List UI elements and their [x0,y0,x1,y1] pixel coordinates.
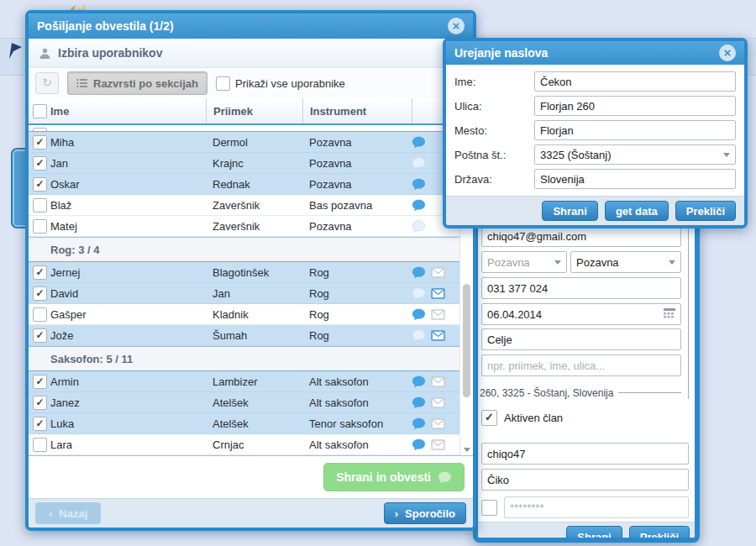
cell-priimek: Lambizer [206,371,302,391]
row-checkbox[interactable]: ✓ [33,396,47,410]
table-row[interactable]: ✓ Oskar Rednak Pozavna [29,174,460,195]
close-icon[interactable]: × [448,18,465,34]
row-checkbox[interactable]: ✓ [33,156,47,171]
speech-bubble-icon[interactable] [412,308,426,321]
get-data-button[interactable]: get data [605,201,669,221]
instrument-select-primary[interactable]: Pozavna [570,251,681,273]
table-row[interactable]: ✓ David Jan Rog [29,283,460,304]
table-row[interactable]: ✓ Jože Šumah Rog [29,325,460,346]
table-row[interactable]: ✓ Miha Dermol Pozavna [29,132,460,153]
envelope-icon[interactable] [431,439,445,450]
row-checkbox[interactable] [33,198,47,213]
speech-bubble-icon[interactable] [412,199,426,212]
row-checkbox[interactable]: ✓ [33,177,47,192]
envelope-icon[interactable] [431,288,445,299]
show-all-users-checkbox[interactable] [216,76,230,91]
speech-bubble-icon[interactable] [412,438,426,451]
close-icon[interactable]: × [719,45,736,61]
street-label: Ulica: [454,100,534,113]
username-field[interactable] [481,443,689,465]
row-checkbox[interactable] [33,438,47,452]
row-checkbox[interactable]: ✓ [33,417,47,431]
cell-instrument: Alt saksofon [302,371,412,391]
scrollbar-thumb[interactable] [463,284,470,397]
speech-bubble-icon[interactable] [412,178,426,191]
address-cancel-button[interactable]: Prekliči [675,201,736,221]
table-row[interactable]: ✓ Armin Lambizer Alt saksofon [29,371,460,392]
address-dialog-titlebar: Urejanje naslova × [446,41,744,65]
row-checkbox[interactable]: ✓ [33,135,47,150]
envelope-icon[interactable] [431,330,445,341]
address-summary-text: 260, 3325 - Šoštanj, Slovenija [480,387,613,399]
phone-field[interactable] [481,277,681,299]
member-save-button[interactable]: Shrani [566,526,622,543]
envelope-icon[interactable] [431,309,445,320]
row-checkbox[interactable]: ✓ [33,286,47,301]
speech-bubble-icon[interactable] [412,220,426,233]
table-row[interactable]: Gašper Kladnik Rog [29,304,460,325]
envelope-icon[interactable] [431,418,445,429]
cell-instrument: Rog [302,262,412,282]
birthdate-field[interactable] [481,303,681,325]
table-row[interactable]: ✓ Jan Krajnc Pozavna [29,153,460,174]
scrollbar-down-arrow[interactable] [460,444,473,455]
address-search-field[interactable] [481,354,681,376]
calendar-icon[interactable] [663,307,676,319]
name-label: Ime: [454,76,534,88]
user-selection-title: Izbira uporabnikov [58,46,162,60]
header-instrument[interactable]: Instrument [302,98,412,123]
header-ime[interactable]: Ime [50,98,206,123]
city-field[interactable] [481,328,681,350]
speech-bubble-icon[interactable] [412,157,426,170]
row-checkbox[interactable] [33,219,47,234]
row-checkbox[interactable]: ✓ [33,265,47,280]
password-field[interactable] [504,496,689,518]
cell-instrument: Alt saksofon [302,392,412,412]
envelope-icon[interactable] [431,397,445,408]
nickname-field[interactable] [481,469,689,491]
show-all-users-row[interactable]: Prikaži vse uporabnike [216,76,345,91]
save-and-notify-button[interactable]: Shrani in obvesti [323,463,465,491]
table-row[interactable]: ✓ Janez Atelšek Alt saksofon [29,392,460,413]
instrument-select-secondary[interactable]: Pozavna [481,251,567,273]
postal-code-select[interactable]: 3325 (Šoštanj) [534,144,736,165]
table-row[interactable]: Blaž Zaveršnik Bas pozavna [29,195,460,216]
table-row[interactable]: ✓ Luka Atelšek Tenor saksofon [29,413,460,434]
speech-bubble-icon[interactable] [412,136,426,149]
header-priimek[interactable]: Priimek [206,98,302,123]
table-row[interactable]: ✓ Jernej Blagotinšek Rog [29,262,460,283]
cell-instrument: Rog [302,304,412,324]
active-member-checkbox[interactable]: ✓ [481,410,497,426]
table-row[interactable]: Lara Crnjac Alt saksofon [29,434,460,455]
sort-by-sections-button[interactable]: Razvrsti po sekcijah [67,71,207,95]
speech-bubble-icon[interactable] [412,287,426,300]
home-icon[interactable] [6,41,24,60]
table-toolbar: ↻ Razvrsti po sekcijah Prikaži vse upora… [29,68,473,98]
cell-instrument: Rog [302,283,412,303]
table-row[interactable]: Matej Zaveršnik Pozavna [29,216,460,237]
speech-bubble-icon[interactable] [412,417,426,430]
member-cancel-button[interactable]: Prekliči [629,526,690,543]
address-save-button[interactable]: Shrani [542,201,597,221]
back-button[interactable]: ‹ Nazaj [35,502,101,524]
envelope-icon[interactable] [431,376,445,387]
speech-bubble-icon[interactable] [412,266,426,279]
postal-code-value: 3325 (Šoštanj) [540,149,612,161]
envelope-icon[interactable] [431,267,445,278]
speech-bubble-icon[interactable] [412,329,426,342]
row-checkbox[interactable]: ✓ [33,328,47,343]
row-checkbox[interactable]: ✓ [33,375,47,389]
change-password-checkbox[interactable] [481,500,497,516]
message-button[interactable]: › Sporočilo [384,502,466,524]
active-member-row[interactable]: ✓ Aktiven član [481,409,689,426]
country-field[interactable] [534,169,736,189]
speech-bubble-icon[interactable] [412,396,426,409]
select-all-checkbox[interactable] [33,104,47,118]
street-field[interactable] [534,96,736,116]
refresh-button[interactable]: ↻ [35,72,59,94]
speech-bubble-icon[interactable] [412,375,426,388]
city-field[interactable] [534,120,736,140]
message-label: Sporočilo [405,507,455,520]
row-checkbox[interactable] [33,307,47,322]
name-field[interactable] [534,71,736,92]
